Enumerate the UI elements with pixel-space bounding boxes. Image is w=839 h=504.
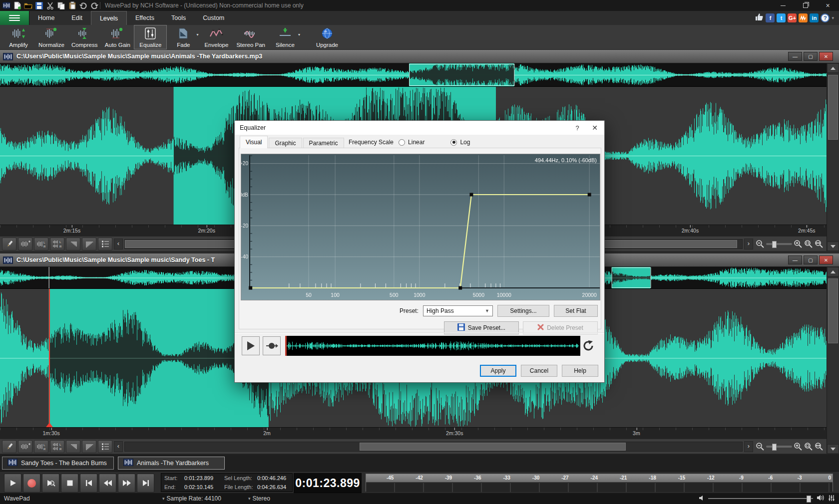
save-icon[interactable]	[35, 1, 43, 10]
caret-down-icon[interactable]: ▾	[832, 15, 834, 20]
draw-icon[interactable]	[2, 440, 16, 453]
restore-button[interactable]	[794, 0, 817, 11]
wave-stereo-icon[interactable]: LR	[50, 238, 64, 251]
play-selection-button[interactable]	[42, 474, 59, 493]
draw-icon[interactable]	[2, 238, 16, 251]
fade-button[interactable]: Fade▾	[167, 25, 200, 49]
fade-in-icon[interactable]	[66, 440, 80, 453]
fade-out-icon[interactable]	[82, 238, 96, 251]
scroll-down-button[interactable]	[827, 444, 839, 454]
eq-tab-parametric[interactable]: Parametric	[303, 138, 344, 148]
preview-loop-button[interactable]	[263, 336, 281, 355]
pane-maximize-button[interactable]: ▢	[804, 52, 818, 61]
twitter-icon[interactable]: t	[777, 13, 786, 22]
tab-levels[interactable]: Levels	[91, 11, 127, 25]
eq-tab-graphic[interactable]: Graphic	[269, 138, 302, 148]
auto-gain-button[interactable]: Auto Gain	[101, 25, 134, 49]
zoom-selection-icon[interactable]	[804, 240, 813, 248]
go-to-start-button[interactable]	[80, 474, 97, 493]
wave-lr-icon[interactable]: LR	[34, 238, 48, 251]
pane-close-button[interactable]: ✕	[819, 52, 833, 61]
mixer-icon[interactable]	[828, 495, 835, 503]
vertical-scrollbar[interactable]	[827, 63, 839, 251]
upgrade-button[interactable]: Upgrade	[311, 25, 344, 49]
channels-selector[interactable]: ▾ Stereo	[248, 495, 270, 502]
linkedin-icon[interactable]: in	[810, 13, 819, 22]
go-to-end-button[interactable]	[137, 474, 154, 493]
scroll-left-button[interactable]: ‹	[114, 239, 123, 250]
zoom-out-icon[interactable]	[756, 240, 765, 248]
dialog-help-button[interactable]: ?	[569, 121, 585, 135]
new-icon[interactable]	[13, 1, 21, 10]
document-titlebar[interactable]: C:\Users\Public\Music\Sample Music\Sampl…	[0, 50, 839, 63]
minimize-button[interactable]	[772, 0, 794, 11]
volume-slider[interactable]	[708, 498, 813, 499]
paste-icon[interactable]	[68, 1, 76, 10]
scroll-right-button[interactable]: ›	[744, 239, 753, 250]
compress-button[interactable]: Compress	[68, 25, 101, 49]
scroll-up-button[interactable]	[827, 267, 839, 276]
zoom-full-icon[interactable]	[815, 240, 824, 248]
undo-icon[interactable]	[79, 1, 87, 10]
overview-waveform[interactable]	[0, 63, 827, 87]
list-options-icon[interactable]	[98, 238, 112, 251]
envelope-button[interactable]: Envelope	[200, 25, 233, 49]
apply-button[interactable]: Apply	[480, 365, 516, 377]
facebook-icon[interactable]: f	[766, 13, 775, 22]
equalize-button[interactable]: Equalize	[134, 25, 167, 49]
zoom-in-icon[interactable]	[794, 240, 803, 248]
scroll-right-button[interactable]: ›	[744, 441, 753, 452]
zoom-slider[interactable]	[766, 446, 792, 448]
zoom-selection-icon[interactable]	[804, 442, 813, 451]
zoom-out-icon[interactable]	[756, 442, 765, 451]
close-button[interactable]: ×	[817, 0, 839, 11]
pane-close-button[interactable]: ✕	[819, 255, 833, 264]
volume-thumb[interactable]	[807, 496, 811, 503]
wave-stereo-icon[interactable]: LR	[50, 440, 64, 453]
settings-button[interactable]: Settings...	[497, 305, 549, 317]
fast-forward-button[interactable]	[118, 474, 135, 493]
horizontal-scrollbar[interactable]	[124, 442, 743, 452]
tab-effects[interactable]: Effects	[127, 11, 163, 25]
menu-button[interactable]	[0, 11, 29, 25]
radio-label-linear[interactable]: Linear	[408, 139, 424, 146]
tab-edit[interactable]: Edit	[63, 11, 91, 25]
wave-plus-icon[interactable]	[18, 238, 32, 251]
copy-icon[interactable]	[57, 1, 65, 10]
scrollbar-thumb[interactable]	[360, 443, 626, 451]
nch-software-icon[interactable]	[799, 13, 808, 22]
zoom-slider-thumb[interactable]	[772, 444, 777, 451]
scroll-up-button[interactable]	[827, 63, 839, 73]
cut-icon[interactable]	[46, 1, 54, 10]
zoom-in-icon[interactable]	[794, 442, 803, 451]
cancel-button[interactable]: Cancel	[521, 365, 557, 377]
stereo-pan-button[interactable]: Stereo Pan	[233, 25, 269, 49]
redo-icon[interactable]	[90, 1, 98, 10]
eq-tab-visual[interactable]: Visual	[240, 136, 268, 148]
zoom-slider-thumb[interactable]	[772, 241, 777, 248]
speaker-loud-icon[interactable]	[817, 495, 825, 503]
scroll-left-button[interactable]: ‹	[114, 441, 123, 452]
reset-button[interactable]	[579, 336, 598, 355]
scrollbar-thumb[interactable]	[828, 75, 838, 140]
wave-plus-icon[interactable]	[18, 440, 32, 453]
equalizer-graph[interactable]: +200dB-20-405010050010005000100002000049…	[241, 154, 600, 300]
amplify-button[interactable]: Amplify	[2, 25, 35, 49]
radio-linear[interactable]	[399, 139, 405, 146]
set-flat-button[interactable]: Set Flat	[554, 305, 598, 317]
rewind-button[interactable]	[99, 474, 116, 493]
open-icon[interactable]	[24, 1, 32, 10]
pane-maximize-button[interactable]: ▢	[804, 255, 818, 264]
radio-label-log[interactable]: Log	[460, 139, 470, 146]
zoom-slider[interactable]	[766, 243, 792, 245]
stop-button[interactable]	[61, 474, 78, 493]
vertical-scrollbar[interactable]	[827, 267, 839, 454]
wave-lr-icon[interactable]: LR	[34, 440, 48, 453]
help-button[interactable]: Help	[562, 365, 598, 377]
play-button[interactable]	[4, 474, 21, 493]
scrollbar-thumb[interactable]	[828, 278, 838, 343]
tab-home[interactable]: Home	[29, 11, 63, 25]
tab-custom[interactable]: Custom	[194, 11, 233, 25]
help-icon[interactable]: ?	[821, 13, 830, 22]
pane-minimize-button[interactable]: —	[788, 52, 802, 61]
